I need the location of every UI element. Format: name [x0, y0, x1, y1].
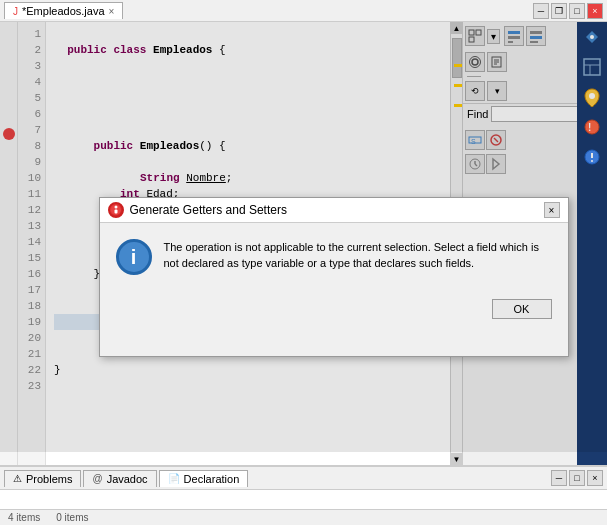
javadoc-icon: @: [92, 473, 102, 484]
editor-tab-empleados[interactable]: J *Empleados.java ×: [4, 2, 123, 19]
tab-javadoc[interactable]: @ Javadoc: [83, 470, 156, 487]
status-items: 4 items: [8, 512, 40, 523]
bottom-controls: ─ □ ×: [551, 470, 603, 486]
ok-button[interactable]: OK: [492, 299, 552, 319]
bottom-ctrl-3[interactable]: ×: [587, 470, 603, 486]
dialog-title-left: Generate Getters and Setters: [108, 202, 287, 218]
problems-icon: ⚠: [13, 473, 22, 484]
bottom-tabs-row: ⚠ Problems @ Javadoc 📄 Declaration ─ □ ×: [0, 467, 607, 489]
dialog-close-button[interactable]: ×: [544, 202, 560, 218]
bottom-ctrl-2[interactable]: □: [569, 470, 585, 486]
editor-tabs: J *Empleados.java ×: [4, 2, 123, 19]
window-controls: ─ ❐ □ ×: [533, 3, 603, 19]
problems-label: Problems: [26, 473, 72, 485]
dialog-body: i The operation is not applicable to the…: [100, 223, 568, 291]
dialog-message: The operation is not applicable to the c…: [164, 239, 552, 271]
dialog-title-text: Generate Getters and Setters: [130, 203, 287, 217]
dialog-overlay: Generate Getters and Setters × i The ope…: [0, 22, 607, 452]
dialog-window: Generate Getters and Setters × i The ope…: [99, 197, 569, 357]
tab-close-icon[interactable]: ×: [109, 6, 115, 17]
bottom-ctrl-1[interactable]: ─: [551, 470, 567, 486]
dialog-footer: OK: [100, 291, 568, 327]
tab-declaration[interactable]: 📄 Declaration: [159, 470, 249, 487]
title-bar: J *Empleados.java × ─ ❐ □ ×: [0, 0, 607, 22]
maximize-btn[interactable]: □: [569, 3, 585, 19]
close-btn[interactable]: ×: [587, 3, 603, 19]
declaration-icon: 📄: [168, 473, 180, 484]
tab-problems[interactable]: ⚠ Problems: [4, 470, 81, 487]
java-file-icon: J: [13, 6, 18, 17]
javadoc-label: Javadoc: [107, 473, 148, 485]
status-bar: 4 items 0 items: [0, 509, 607, 525]
tab-filename: *Empleados.java: [22, 5, 105, 17]
status-line: 0 items: [56, 512, 88, 523]
dialog-info-icon: i: [116, 239, 152, 275]
svg-point-34: [114, 206, 117, 209]
bottom-content: [0, 489, 607, 509]
main-area: 1 2 3 4 5 6 7 8 9 10 11 12 13 14 15 16 1…: [0, 22, 607, 465]
dialog-title-bar: Generate Getters and Setters ×: [100, 198, 568, 223]
dialog-app-icon: [108, 202, 124, 218]
svg-rect-35: [114, 210, 117, 214]
bottom-bar: ⚠ Problems @ Javadoc 📄 Declaration ─ □ ×…: [0, 465, 607, 525]
minimize-btn[interactable]: ─: [533, 3, 549, 19]
scroll-down-arrow[interactable]: ▼: [451, 453, 463, 465]
restore-btn[interactable]: ❐: [551, 3, 567, 19]
declaration-label: Declaration: [184, 473, 240, 485]
